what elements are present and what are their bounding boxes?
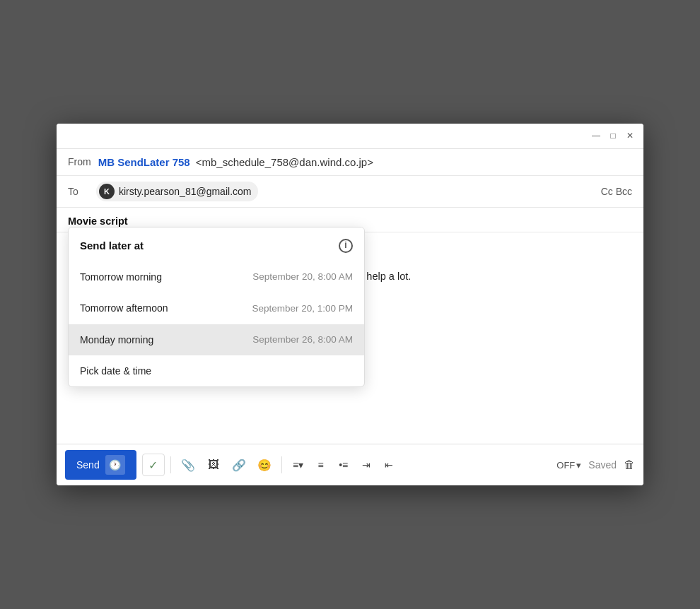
attachment-icon[interactable]: 📎 xyxy=(177,454,199,476)
saved-label: Saved xyxy=(588,459,617,471)
avatar: K xyxy=(99,184,115,199)
title-bar: — □ ✕ xyxy=(57,124,643,149)
emoji-icon[interactable]: 😊 xyxy=(253,454,276,476)
align-button[interactable]: ≡▾ xyxy=(288,455,309,475)
send-button[interactable]: Send 🕐 xyxy=(65,450,136,480)
trash-icon[interactable]: 🗑 xyxy=(624,459,635,471)
bullet-list-button[interactable]: •≡ xyxy=(333,455,354,475)
send-later-popup: Send later at i Tomorrow morning Septemb… xyxy=(68,227,365,388)
option-tomorrow-morning[interactable]: Tomorrow morning September 20, 8:00 AM xyxy=(69,261,364,292)
indent-button[interactable]: ⇥ xyxy=(356,455,377,475)
option-label: Tomorrow afternoon xyxy=(80,300,168,316)
minimize-button[interactable]: — xyxy=(590,129,602,142)
cc-bcc-button[interactable]: Cc Bcc xyxy=(601,186,632,197)
image-icon[interactable]: 🖼 xyxy=(202,454,225,476)
recipient-chip[interactable]: K kirsty.pearson_81@gmail.com xyxy=(96,182,258,201)
from-email: <mb_schedule_758@dan.wind.co.jp> xyxy=(196,156,373,168)
option-time: September 20, 8:00 AM xyxy=(252,269,353,285)
option-tomorrow-afternoon[interactable]: Tomorrow afternoon September 20, 1:00 PM xyxy=(69,292,364,324)
chevron-down-icon[interactable]: ▾ xyxy=(576,460,581,471)
from-name: MB SendLater 758 xyxy=(98,156,190,168)
subject-text[interactable]: Movie script xyxy=(68,215,128,227)
check-button[interactable]: ✓ xyxy=(142,454,165,476)
popup-header: Send later at i xyxy=(69,227,364,261)
ordered-list-button[interactable]: ≡ xyxy=(310,455,332,475)
from-row: From MB SendLater 758 <mb_schedule_758@d… xyxy=(57,149,643,176)
toolbar: Send 🕐 ✓ 📎 🖼 🔗 😊 ≡▾ ≡ •≡ ⇥ ⇤ OFF ▾ Saved… xyxy=(57,444,643,485)
format-group: ≡▾ ≡ •≡ ⇥ ⇤ xyxy=(288,455,399,475)
clock-icon: 🕐 xyxy=(105,455,125,475)
close-button[interactable]: ✕ xyxy=(624,129,636,142)
send-label: Send xyxy=(76,459,100,471)
divider xyxy=(170,456,171,473)
link-icon[interactable]: 🔗 xyxy=(228,454,250,476)
from-label: From xyxy=(68,156,91,167)
option-label: Monday morning xyxy=(80,332,153,348)
maximize-button[interactable]: □ xyxy=(607,129,619,142)
to-label: To xyxy=(68,186,89,197)
option-label: Pick date & time xyxy=(80,363,151,379)
checkmark-icon: ✓ xyxy=(148,459,158,472)
info-icon[interactable]: i xyxy=(339,239,353,253)
outdent-button[interactable]: ⇤ xyxy=(378,455,399,475)
option-monday-morning[interactable]: Monday morning September 26, 8:00 AM xyxy=(69,324,364,355)
divider2 xyxy=(281,456,282,473)
email-body[interactable]: Hi Kirsty, Are you up to reading our new… xyxy=(57,232,643,444)
to-row: To K kirsty.pearson_81@gmail.com Cc Bcc xyxy=(57,176,643,208)
option-label: Tomorrow morning xyxy=(80,269,162,285)
toolbar-right: OFF ▾ Saved 🗑 xyxy=(556,459,635,471)
option-pick-date[interactable]: Pick date & time xyxy=(69,355,364,386)
recipient-email: kirsty.pearson_81@gmail.com xyxy=(119,186,251,197)
option-time: September 20, 1:00 PM xyxy=(252,301,353,317)
off-badge: OFF ▾ xyxy=(556,460,581,471)
compose-window: — □ ✕ From MB SendLater 758 <mb_schedule… xyxy=(57,124,643,486)
window-controls: — □ ✕ xyxy=(590,129,636,142)
option-time: September 26, 8:00 AM xyxy=(252,332,353,348)
popup-title: Send later at xyxy=(80,237,144,254)
